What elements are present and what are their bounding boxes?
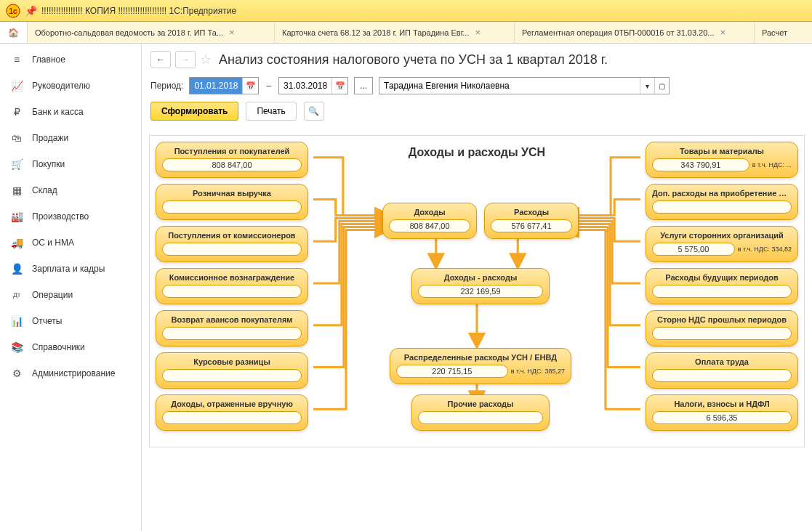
books-icon: 📚: [10, 341, 23, 354]
dash: –: [265, 81, 273, 91]
sidebar-item-label: Отчеты: [32, 316, 62, 326]
calendar-icon[interactable]: 📅: [242, 78, 258, 94]
tab-home[interactable]: 🏠: [0, 22, 28, 43]
sidebar-item-label: Руководителю: [32, 81, 90, 91]
sidebar-item-label: Банк и касса: [32, 107, 84, 117]
block-diff[interactable]: Доходы - расходы232 169,59: [411, 268, 550, 304]
pin-icon[interactable]: 📌: [25, 5, 37, 17]
date-to-field[interactable]: 📅: [278, 77, 348, 94]
block-buyer-receipts[interactable]: Поступления от покупателей808 847,00: [156, 142, 308, 178]
open-icon[interactable]: ▢: [654, 78, 669, 94]
block-income[interactable]: Доходы808 847,00: [382, 203, 477, 239]
sidebar: ≡Главное 📈Руководителю ₽Банк и касса 🛍Пр…: [0, 44, 142, 531]
sidebar-item-label: Справочники: [32, 342, 85, 352]
factory-icon: 🏭: [10, 210, 23, 223]
sidebar-item-admin[interactable]: ⚙Администрирование: [0, 360, 141, 386]
forward-button[interactable]: →: [175, 51, 196, 68]
sidebar-item-operations[interactable]: ДтОперации: [0, 282, 141, 308]
home-icon: 🏠: [8, 28, 19, 38]
tabbar: 🏠 Оборотно-сальдовая ведомость за 2018 г…: [0, 22, 812, 44]
block-future-expenses[interactable]: Расходы будущих периодов: [646, 268, 798, 304]
chart-icon: 📈: [10, 79, 23, 92]
sidebar-item-hr[interactable]: 👤Зарплата и кадры: [0, 256, 141, 282]
date-from-field[interactable]: 📅: [189, 77, 259, 94]
content: ← → ☆ Анализ состояния налогового учета …: [142, 44, 812, 531]
toolbar: Период: 📅 – 📅 ... ▾ ▢: [142, 73, 812, 99]
search-button[interactable]: 🔍: [304, 102, 324, 121]
period-label: Период:: [150, 81, 183, 91]
sidebar-item-sales[interactable]: 🛍Продажи: [0, 125, 141, 151]
tab-2[interactable]: Регламентная операция 0ТБП-000016 от 31.…: [515, 22, 755, 43]
diagram-frame: Доходы и расходы УСН Поступления от поку…: [149, 135, 805, 447]
content-header: ← → ☆ Анализ состояния налогового учета …: [142, 44, 812, 73]
tab-label: Оборотно-сальдовая ведомость за 2018 г. …: [35, 28, 223, 37]
page-title: Анализ состояния налогового учета по УСН…: [219, 52, 608, 68]
entity-input[interactable]: [379, 81, 640, 91]
sidebar-item-main[interactable]: ≡Главное: [0, 46, 141, 73]
tab-label: Регламентная операция 0ТБП-000016 от 31.…: [522, 28, 715, 37]
sidebar-item-production[interactable]: 🏭Производство: [0, 203, 141, 230]
sidebar-item-label: Производство: [32, 211, 89, 222]
sidebar-item-label: Операции: [32, 290, 73, 300]
tab-0[interactable]: Оборотно-сальдовая ведомость за 2018 г. …: [28, 22, 275, 43]
window-title: !!!!!!!!!!!!!!!!! КОПИЯ !!!!!!!!!!!!!!!!…: [41, 6, 236, 16]
sidebar-item-assets[interactable]: 🚚ОС и НМА: [0, 230, 141, 256]
block-fx-diff[interactable]: Курсовые разницы: [156, 352, 308, 389]
sidebar-item-purchases[interactable]: 🛒Покупки: [0, 151, 141, 177]
favorite-icon[interactable]: ☆: [200, 52, 212, 68]
calendar-icon[interactable]: 📅: [331, 78, 347, 94]
tab-label: Карточка счета 68.12 за 2018 г. ИП Тарад…: [282, 28, 470, 37]
dtkt-icon: Дт: [10, 288, 23, 301]
back-button[interactable]: ←: [150, 51, 171, 68]
action-row: Сформировать Печать 🔍: [142, 99, 812, 128]
block-commission-fee[interactable]: Комиссионное вознаграждение: [156, 268, 308, 304]
tab-3[interactable]: Расчет: [755, 22, 812, 43]
titlebar: 1c 📌 !!!!!!!!!!!!!!!!! КОПИЯ !!!!!!!!!!!…: [0, 0, 812, 22]
sidebar-item-refs[interactable]: 📚Справочники: [0, 334, 141, 360]
sidebar-item-warehouse[interactable]: ▦Склад: [0, 177, 141, 203]
block-advance-return[interactable]: Возврат авансов покупателям: [156, 310, 308, 346]
date-from-input[interactable]: [190, 78, 242, 94]
sidebar-item-bank[interactable]: ₽Банк и касса: [0, 99, 141, 125]
sidebar-item-label: Продажи: [32, 133, 68, 143]
date-to-input[interactable]: [279, 78, 331, 94]
form-button[interactable]: Сформировать: [150, 102, 238, 121]
block-vat-storno[interactable]: Сторно НДС прошлых периодов: [646, 310, 798, 346]
close-icon[interactable]: ×: [720, 27, 726, 38]
ruble-icon: ₽: [10, 105, 23, 118]
dropdown-icon[interactable]: ▾: [640, 78, 654, 94]
sidebar-item-reports[interactable]: 📊Отчеты: [0, 308, 141, 334]
cart-icon: 🛒: [10, 158, 23, 171]
print-button[interactable]: Печать: [246, 102, 296, 121]
logo-1c-icon: 1c: [6, 4, 20, 18]
tab-label: Расчет: [762, 28, 787, 37]
close-icon[interactable]: ×: [475, 27, 481, 38]
block-expense[interactable]: Расходы576 677,41: [484, 203, 579, 239]
menu-icon: ≡: [10, 53, 23, 66]
block-third-party-services[interactable]: Услуги сторонних организаций5 575,00в т.…: [646, 226, 798, 262]
block-taxes[interactable]: Налоги, взносы и НДФЛ6 596,35: [646, 394, 798, 431]
block-dist-expense[interactable]: Распределенные расходы УСН / ЕНВД220 715…: [390, 348, 571, 384]
block-other-expense[interactable]: Прочие расходы: [411, 394, 550, 431]
person-icon: 👤: [10, 262, 23, 275]
block-manual-income[interactable]: Доходы, отраженные вручную: [156, 394, 308, 431]
block-goods-materials[interactable]: Товары и материалы343 790,91в т.ч. НДС: …: [646, 142, 798, 178]
block-commissioner-receipts[interactable]: Поступления от комиссионеров: [156, 226, 308, 262]
svg-text:1c: 1c: [9, 7, 17, 15]
block-retail-revenue[interactable]: Розничная выручка: [156, 184, 308, 220]
sidebar-item-manager[interactable]: 📈Руководителю: [0, 73, 141, 99]
sidebar-item-label: Склад: [32, 185, 57, 195]
entity-select[interactable]: ▾ ▢: [379, 77, 670, 94]
sidebar-item-label: Главное: [32, 54, 65, 65]
tab-1[interactable]: Карточка счета 68.12 за 2018 г. ИП Тарад…: [275, 22, 515, 43]
block-wages[interactable]: Оплата труда: [646, 352, 798, 389]
block-add-expenses[interactable]: Доп. расходы на приобретение ТМЦ: [646, 184, 798, 220]
barchart-icon: 📊: [10, 315, 23, 328]
gear-icon: ⚙: [10, 367, 23, 380]
boxes-icon: ▦: [10, 184, 23, 197]
period-picker-button[interactable]: ...: [354, 77, 373, 94]
close-icon[interactable]: ×: [229, 27, 235, 38]
truck-icon: 🚚: [10, 236, 23, 249]
sidebar-item-label: Зарплата и кадры: [32, 264, 105, 274]
sidebar-item-label: Администрирование: [32, 368, 115, 378]
